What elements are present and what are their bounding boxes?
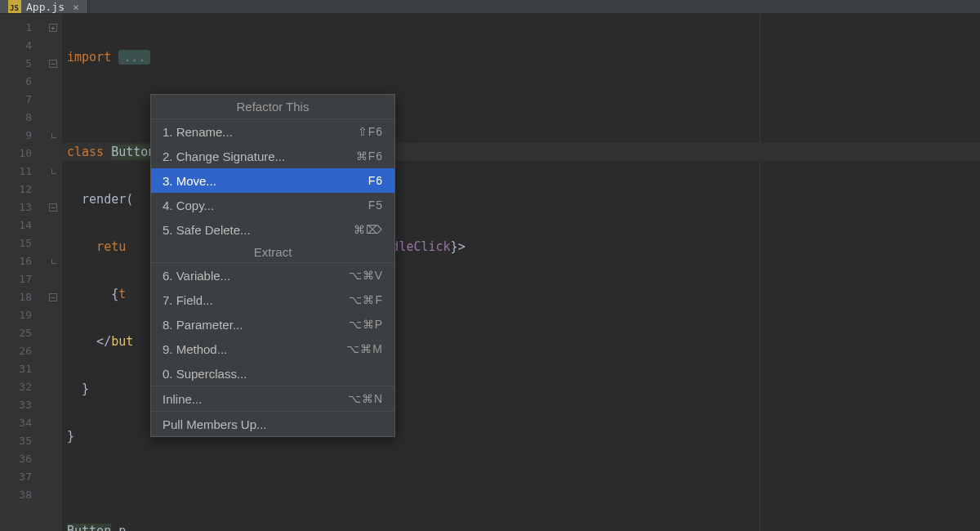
fold-expanded-icon[interactable]: −	[49, 293, 57, 301]
menu-item-move[interactable]: 3. Move...F6	[151, 168, 394, 193]
fold-expanded-icon[interactable]: −	[49, 60, 57, 68]
menu-item-extract-variable[interactable]: 6. Variable...⌥⌘V	[151, 263, 394, 288]
menu-item-safe-delete[interactable]: 5. Safe Delete...⌘⌦	[151, 217, 394, 242]
menu-item-extract-superclass[interactable]: 0. Superclass...	[151, 361, 394, 386]
menu-item-rename[interactable]: 1. Rename...⇧F6	[151, 119, 394, 144]
editor-tabbar: JS App.js ×	[0, 0, 980, 14]
menu-item-extract-field[interactable]: 7. Field...⌥⌘F	[151, 288, 394, 312]
line-number-gutter: 1 4 5 6 7 8 9 10 11 12 13 14 15 16 17 18…	[0, 14, 44, 531]
tab-label: App.js	[26, 1, 65, 13]
menu-item-extract-parameter[interactable]: 8. Parameter...⌥⌘P	[151, 312, 394, 337]
code-editor[interactable]: 1 4 5 6 7 8 9 10 11 12 13 14 15 16 17 18…	[0, 14, 980, 531]
fold-end-icon	[51, 133, 56, 138]
menu-item-copy[interactable]: 4. Copy...F5	[151, 193, 394, 217]
close-icon[interactable]: ×	[73, 1, 79, 13]
refactor-this-popup: Refactor This 1. Rename...⇧F6 2. Change …	[150, 94, 395, 437]
menu-item-inline[interactable]: Inline...⌥⌘N	[151, 386, 394, 411]
menu-item-extract-method[interactable]: 9. Method...⌥⌘M	[151, 337, 394, 361]
ide-window: JS App.js × 1 4 5 6 7 8 9 10 11 12 13 14…	[0, 0, 980, 531]
fold-expanded-icon[interactable]: −	[49, 203, 57, 212]
fold-end-icon	[51, 169, 56, 174]
fold-collapsed-icon[interactable]: +	[49, 24, 57, 32]
fold-end-icon	[51, 259, 56, 264]
menu-title: Refactor This	[151, 95, 394, 118]
fold-gutter: + − − −	[44, 14, 62, 531]
js-file-icon: JS	[8, 0, 21, 13]
menu-section-extract: Extract	[151, 242, 394, 262]
menu-item-pull-members-up[interactable]: Pull Members Up...	[151, 412, 394, 436]
menu-item-change-signature[interactable]: 2. Change Signature...⌘F6	[151, 144, 394, 168]
tab-app-js[interactable]: JS App.js ×	[0, 0, 88, 13]
